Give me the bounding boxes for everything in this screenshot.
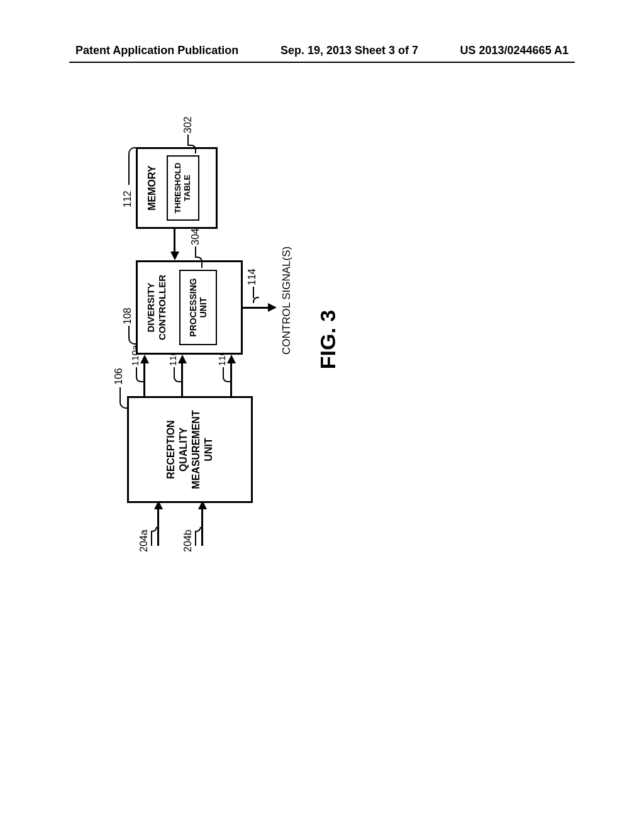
arrow-head-memory-to-controller — [170, 252, 179, 260]
header-center: Sep. 19, 2013 Sheet 3 of 7 — [280, 44, 418, 57]
arrow-110b — [230, 362, 232, 396]
lead-204b — [195, 531, 196, 546]
block-processing: PROCESSING UNIT — [179, 270, 217, 345]
arrow-head-110c — [178, 355, 187, 363]
block-memory: MEMORY THRESHOLD TABLE — [136, 147, 218, 229]
label-114: 114 — [247, 268, 258, 285]
header-right: US 2013/0244665 A1 — [460, 44, 569, 57]
arrow-head-110a — [140, 355, 149, 363]
block-diversity-label: DIVERSITY CONTROLLER — [145, 275, 168, 340]
lead-110a — [136, 367, 137, 379]
arrow-head-114 — [268, 304, 277, 313]
lead-curve-304 — [196, 257, 203, 268]
lead-106 — [119, 387, 121, 402]
label-302: 302 — [182, 116, 194, 133]
lead-108 — [128, 326, 130, 338]
label-control-signals: CONTROL SIGNAL(S) — [280, 246, 293, 355]
lead-112 — [128, 153, 130, 185]
block-threshold: THRESHOLD TABLE — [167, 155, 199, 221]
lead-110b — [223, 367, 224, 379]
arrow-204b — [201, 508, 203, 546]
block-diversity: DIVERSITY CONTROLLER PROCESSING UNIT — [136, 260, 243, 355]
label-304: 304 — [190, 228, 201, 245]
arrow-head-110b — [227, 355, 236, 363]
label-106: 106 — [113, 368, 125, 385]
arrow-114 — [243, 307, 269, 309]
figure-label: FIG. 3 — [316, 176, 340, 503]
lead-curve-204b — [195, 527, 201, 532]
arrow-204a — [157, 508, 159, 546]
lead-110c — [174, 367, 175, 379]
arrow-110a — [143, 362, 145, 396]
lead-204a — [151, 531, 152, 546]
block-threshold-label: THRESHOLD TABLE — [174, 163, 192, 214]
lead-114 — [253, 287, 254, 298]
block-processing-label: PROCESSING UNIT — [188, 278, 208, 336]
lead-304 — [195, 246, 196, 258]
label-112: 112 — [122, 191, 133, 208]
lead-302 — [187, 135, 189, 146]
header-rule — [69, 62, 575, 63]
block-memory-label: MEMORY — [147, 165, 158, 210]
arrow-memory-to-controller — [174, 229, 175, 254]
page-header: Patent Application Publication Sep. 19, … — [0, 44, 644, 57]
lead-curve-204a — [151, 527, 157, 532]
block-rqmu: RECEPTION QUALITY MEASUREMENT UNIT — [127, 396, 253, 503]
header-left: Patent Application Publication — [75, 44, 238, 57]
label-204a: 204a — [138, 529, 150, 552]
label-204b: 204b — [182, 529, 194, 552]
label-108: 108 — [122, 307, 133, 324]
block-rqmu-label: RECEPTION QUALITY MEASUREMENT UNIT — [165, 410, 215, 489]
lead-curve-302 — [189, 145, 196, 153]
diagram-fig3: 204a 204b RECEPTION QUALITY MEASUREMENT … — [127, 176, 517, 503]
page: Patent Application Publication Sep. 19, … — [0, 0, 644, 830]
arrow-110c — [181, 362, 183, 396]
